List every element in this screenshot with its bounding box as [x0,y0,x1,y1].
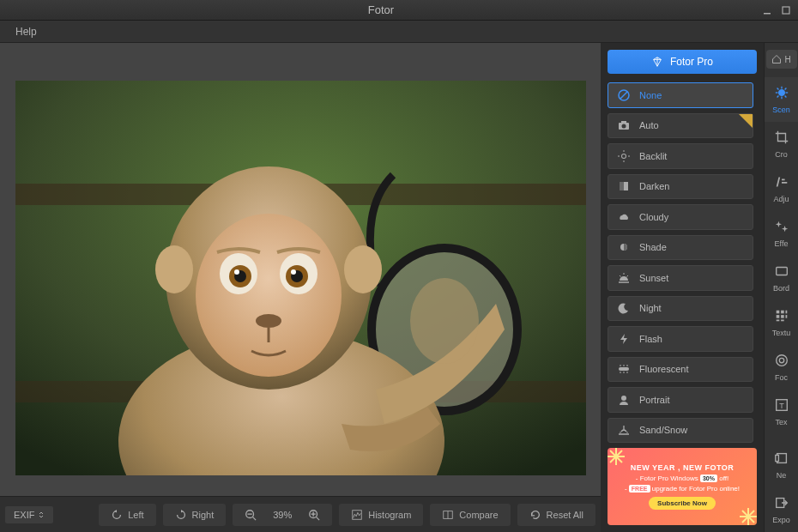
rail-ne[interactable]: Ne [765,443,799,487]
rotate-left-button[interactable]: Left [99,504,155,526]
rail-label: Tex [775,418,787,426]
zoom-in-icon[interactable] [308,509,320,521]
fotor-pro-button[interactable]: Fotor Pro [608,50,757,74]
exif-button[interactable]: EXIF [5,506,53,523]
rotate-left-label: Left [128,510,143,520]
scene-item-none[interactable]: None [608,82,753,108]
compare-label: Compare [459,510,498,520]
histogram-label: Histogram [368,510,411,520]
svg-point-11 [344,245,382,293]
backlit-icon [617,149,631,163]
scene-item-sandsnow[interactable]: Sand/Snow [608,418,753,444]
image-placeholder [15,81,586,475]
chevron-up-down-icon [38,511,45,518]
scene-item-auto[interactable]: Auto [608,113,753,139]
promo-line-2: - FREE upgrade for Fotor Pro online! [625,485,740,493]
zoom-value: 39% [265,510,299,520]
camera-icon [617,118,631,132]
rail-foc[interactable]: Foc [765,345,799,390]
rail-scen[interactable]: Scen [765,77,799,122]
svg-rect-85 [776,320,779,322]
sandsnow-icon [617,423,631,437]
scene-item-darken[interactable]: Darken [608,174,753,200]
rotate-left-icon [111,509,123,521]
firework-icon [608,448,629,469]
promo-title: NEW YEAR , NEW FOTOR [631,463,735,472]
scene-item-backlit[interactable]: Backlit [608,143,753,169]
rail-label: Bord [773,284,789,293]
viewport[interactable] [0,43,601,496]
scene-item-shade[interactable]: Shade [608,235,753,261]
focus-icon [774,353,789,370]
rail-expo[interactable]: Expo [765,487,799,532]
svg-line-23 [253,517,257,520]
home-button[interactable]: H [766,50,797,69]
scene-item-night[interactable]: Night [608,296,753,322]
sunset-icon [617,271,631,285]
menu-help[interactable]: Help [10,24,42,39]
fluorescent-icon [617,362,631,376]
compare-button[interactable]: Compare [430,504,510,526]
svg-point-59 [620,432,621,433]
scene-list[interactable]: NoneAutoBacklitDarkenCloudyShadeSunsetNi… [608,82,757,443]
rail-textu[interactable]: Textu [765,300,799,345]
window-title: Fotor [3,3,759,16]
scene-item-label: Auto [639,120,659,130]
reset-button[interactable]: Reset All [517,504,595,526]
crop-icon [774,130,789,147]
maximize-button[interactable] [777,3,795,17]
scene-item-flash[interactable]: Flash [608,326,753,352]
border-icon [774,263,789,281]
zoom-control: 39% [233,504,332,526]
flash-icon [617,332,631,346]
scene-item-sunset[interactable]: Sunset [608,265,753,291]
rail-effe[interactable]: Effe [765,211,799,256]
svg-rect-92 [775,455,778,461]
home-icon [771,54,782,64]
rail-cro[interactable]: Cro [765,122,799,166]
svg-point-19 [291,269,296,275]
svg-point-88 [779,359,783,363]
rotate-right-icon [175,509,187,521]
rail-tex[interactable]: TTex [765,390,799,434]
promo-banner[interactable]: NEW YEAR , NEW FOTOR - Fotor Pro Windows… [608,448,757,525]
svg-point-18 [234,269,239,275]
scene-item-cloudy[interactable]: Cloudy [608,204,753,230]
scenes-icon [774,85,789,102]
scene-item-label: Sunset [639,273,668,283]
svg-rect-0 [764,13,771,15]
rotate-right-button[interactable]: Right [163,504,227,526]
scene-item-fluorescent[interactable]: Fluorescent [608,357,753,383]
svg-point-87 [776,355,787,366]
svg-line-49 [627,275,629,277]
rail-adju[interactable]: Adju [765,166,799,211]
bottom-toolbar: EXIF Left Right 39% Histogram [0,496,601,532]
histogram-button[interactable]: Histogram [339,504,423,526]
menubar: Help [0,21,798,43]
svg-point-20 [256,314,281,328]
diamond-icon [651,56,663,68]
svg-rect-1 [783,7,789,14]
scene-item-portrait[interactable]: Portrait [608,387,753,413]
portrait-icon [617,393,631,407]
promo-cta-button[interactable]: Subscribe Now [649,497,716,510]
pro-badge-icon [739,114,753,128]
zoom-out-icon[interactable] [245,509,257,521]
svg-line-75 [784,96,786,98]
svg-rect-81 [785,311,787,314]
window-controls [759,3,795,17]
minimize-button[interactable] [759,3,776,17]
pro-button-label: Fotor Pro [670,56,713,68]
svg-line-48 [620,275,621,277]
svg-point-57 [621,396,626,401]
svg-rect-44 [620,182,624,190]
scene-item-label: None [639,90,662,100]
svg-line-76 [784,88,786,90]
rail-label: Foc [775,373,788,382]
reset-label: Reset All [547,510,583,520]
scene-item-label: Fluorescent [639,364,688,374]
rail-bord[interactable]: Bord [765,256,799,300]
none-icon [617,88,631,102]
svg-point-35 [622,124,626,129]
rail-label: Textu [772,329,791,337]
